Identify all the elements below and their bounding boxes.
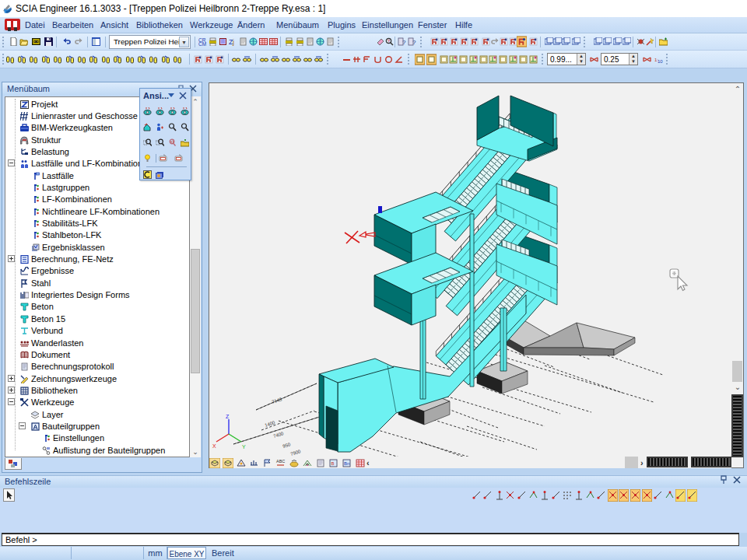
svg-text:Bn: Bn (344, 461, 349, 466)
svg-text:CM: CM (198, 41, 206, 46)
svg-text:?: ? (412, 39, 416, 46)
svg-text:7400: 7400 (273, 431, 285, 439)
svg-text:950: 950 (282, 442, 292, 449)
svg-text:Y: Y (242, 444, 246, 450)
svg-text:ABC: ABC (276, 459, 285, 464)
svg-text:7900: 7900 (290, 449, 302, 457)
svg-text:j: j (232, 38, 234, 46)
svg-text:?: ? (402, 39, 406, 46)
svg-text:7143: 7143 (272, 397, 283, 404)
svg-text:Z: Z (226, 414, 230, 419)
svg-text:10: 10 (658, 59, 663, 64)
svg-text:X: X (212, 443, 216, 449)
svg-text:B: B (331, 461, 335, 466)
